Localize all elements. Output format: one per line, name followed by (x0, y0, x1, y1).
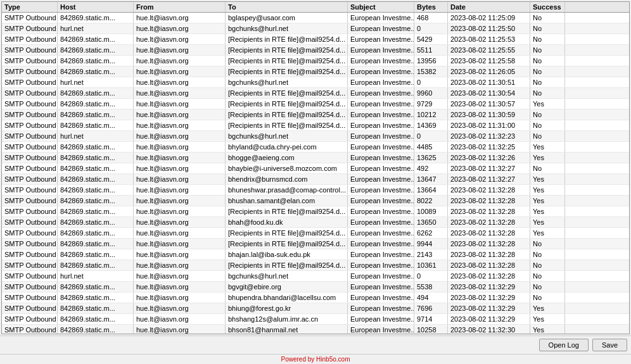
cell-date: 2023-08-02 11:32:30 (448, 325, 530, 334)
cell-host: 842869.static.m... (58, 99, 134, 109)
cell-subject: European Investme... (348, 249, 414, 260)
cell-success: No (530, 292, 565, 303)
cell-bytes: 468 (414, 13, 448, 23)
cell-to: bhuneshwar.prasad@comap-control... (226, 185, 348, 195)
table-row[interactable]: SMTP Outbound 842869.static.m... hue.lt@… (2, 206, 629, 217)
table-row[interactable]: SMTP Outbound 842869.static.m... hue.lt@… (2, 260, 629, 271)
cell-success: Yes (530, 303, 565, 313)
table-row[interactable]: SMTP Outbound hurl.net hue.lt@iasvn.org … (2, 77, 629, 88)
cell-host: 842869.static.m... (58, 303, 134, 313)
col-header-to: To (226, 2, 348, 12)
table-row[interactable]: SMTP Outbound hurl.net hue.lt@iasvn.org … (2, 131, 629, 142)
cell-subject: European Investme... (348, 110, 414, 120)
table-row[interactable]: SMTP Outbound 842869.static.m... hue.lt@… (2, 185, 629, 196)
cell-host: 842869.static.m... (58, 282, 134, 292)
table-row[interactable]: SMTP Outbound 842869.static.m... hue.lt@… (2, 142, 629, 153)
cell-host: 842869.static.m... (58, 13, 134, 23)
table-row[interactable]: SMTP Outbound hurl.net hue.lt@iasvn.org … (2, 23, 629, 34)
cell-host: 842869.static.m... (58, 142, 134, 152)
table-row[interactable]: SMTP Outbound 842869.static.m... hue.lt@… (2, 249, 629, 260)
cell-subject: European Investme... (348, 282, 414, 292)
cell-date: 2023-08-02 11:31:00 (448, 120, 530, 130)
cell-host: 842869.static.m... (58, 292, 134, 303)
table-row[interactable]: SMTP Outbound 842869.static.m... hue.lt@… (2, 153, 629, 163)
cell-from: hue.lt@iasvn.org (134, 314, 226, 324)
cell-from: hue.lt@iasvn.org (134, 196, 226, 206)
cell-host: hurl.net (58, 23, 134, 34)
cell-subject: European Investme... (348, 271, 414, 281)
cell-from: hue.lt@iasvn.org (134, 249, 226, 260)
cell-from: hue.lt@iasvn.org (134, 282, 226, 292)
cell-subject: European Investme... (348, 153, 414, 163)
cell-subject: European Investme... (348, 292, 414, 303)
cell-subject: European Investme... (348, 196, 414, 206)
table-row[interactable]: SMTP Outbound 842869.static.m... hue.lt@… (2, 99, 629, 110)
cell-host: 842869.static.m... (58, 249, 134, 260)
cell-success: Yes (530, 142, 565, 152)
cell-success: Yes (530, 325, 565, 334)
table-row[interactable]: SMTP Outbound 842869.static.m... hue.lt@… (2, 34, 629, 45)
table-row[interactable]: SMTP Outbound 842869.static.m... hue.lt@… (2, 13, 629, 23)
cell-to: [Recipients in RTE file]@mail9254.d... (226, 110, 348, 120)
cell-to: bhson81@hanmail.net (226, 325, 348, 334)
cell-date: 2023-08-02 11:30:54 (448, 88, 530, 98)
table-row[interactable]: SMTP Outbound 842869.static.m... hue.lt@… (2, 292, 629, 303)
cell-subject: European Investme... (348, 66, 414, 77)
table-header: Type Host From To Subject Bytes Date Suc… (2, 2, 629, 13)
cell-bytes: 13647 (414, 174, 448, 184)
cell-date: 2023-08-02 11:32:26 (448, 153, 530, 163)
cell-date: 2023-08-02 11:32:28 (448, 185, 530, 195)
table-row[interactable]: SMTP Outbound hurl.net hue.lt@iasvn.org … (2, 271, 629, 282)
table-row[interactable]: SMTP Outbound 842869.static.m... hue.lt@… (2, 120, 629, 131)
cell-bytes: 7696 (414, 303, 448, 313)
cell-host: hurl.net (58, 271, 134, 281)
table-row[interactable]: SMTP Outbound 842869.static.m... hue.lt@… (2, 88, 629, 99)
table-row[interactable]: SMTP Outbound 842869.static.m... hue.lt@… (2, 45, 629, 56)
cell-to: bhendrix@burnsmcd.com (226, 174, 348, 184)
cell-subject: European Investme... (348, 206, 414, 217)
table-row[interactable]: SMTP Outbound 842869.static.m... hue.lt@… (2, 163, 629, 174)
cell-date: 2023-08-02 11:32:29 (448, 292, 530, 303)
cell-to: bhyland@cuda.chry-pei.com (226, 142, 348, 152)
cell-host: 842869.static.m... (58, 174, 134, 184)
cell-bytes: 6262 (414, 228, 448, 238)
col-header-type: Type (2, 2, 58, 12)
cell-bytes: 4485 (414, 142, 448, 152)
open-log-button[interactable]: Open Log (539, 339, 589, 351)
cell-from: hue.lt@iasvn.org (134, 99, 226, 109)
cell-date: 2023-08-02 11:32:23 (448, 131, 530, 141)
cell-date: 2023-08-02 11:32:27 (448, 174, 530, 184)
cell-host: 842869.static.m... (58, 153, 134, 163)
table-row[interactable]: SMTP Outbound 842869.static.m... hue.lt@… (2, 174, 629, 185)
table-row[interactable]: SMTP Outbound 842869.static.m... hue.lt@… (2, 196, 629, 206)
cell-to: bgchunks@hurl.net (226, 77, 348, 87)
cell-to: bhajan.lal@iba-suk.edu.pk (226, 249, 348, 260)
cell-success: No (530, 34, 565, 44)
table-row[interactable]: SMTP Outbound 842869.static.m... hue.lt@… (2, 66, 629, 77)
cell-host: 842869.static.m... (58, 66, 134, 77)
table-row[interactable]: SMTP Outbound 842869.static.m... hue.lt@… (2, 303, 629, 314)
cell-type: SMTP Outbound (2, 120, 58, 130)
cell-type: SMTP Outbound (2, 66, 58, 77)
table-row[interactable]: SMTP Outbound 842869.static.m... hue.lt@… (2, 314, 629, 325)
table-row[interactable]: SMTP Outbound 842869.static.m... hue.lt@… (2, 110, 629, 120)
cell-from: hue.lt@iasvn.org (134, 34, 226, 44)
save-button[interactable]: Save (592, 339, 627, 351)
cell-to: bhogge@aeieng.com (226, 153, 348, 163)
cell-bytes: 9944 (414, 239, 448, 249)
cell-subject: European Investme... (348, 174, 414, 184)
table-row[interactable]: SMTP Outbound 842869.static.m... hue.lt@… (2, 325, 629, 334)
cell-bytes: 0 (414, 271, 448, 281)
table-row[interactable]: SMTP Outbound 842869.static.m... hue.lt@… (2, 228, 629, 239)
cell-from: hue.lt@iasvn.org (134, 174, 226, 184)
cell-host: 842869.static.m... (58, 120, 134, 130)
cell-subject: European Investme... (348, 77, 414, 87)
cell-date: 2023-08-02 11:26:05 (448, 66, 530, 77)
table-row[interactable]: SMTP Outbound 842869.static.m... hue.lt@… (2, 239, 629, 249)
table-row[interactable]: SMTP Outbound 842869.static.m... hue.lt@… (2, 56, 629, 66)
table-row[interactable]: SMTP Outbound 842869.static.m... hue.lt@… (2, 217, 629, 228)
cell-date: 2023-08-02 11:25:55 (448, 45, 530, 55)
cell-subject: European Investme... (348, 142, 414, 152)
cell-subject: European Investme... (348, 303, 414, 313)
table-row[interactable]: SMTP Outbound 842869.static.m... hue.lt@… (2, 282, 629, 292)
